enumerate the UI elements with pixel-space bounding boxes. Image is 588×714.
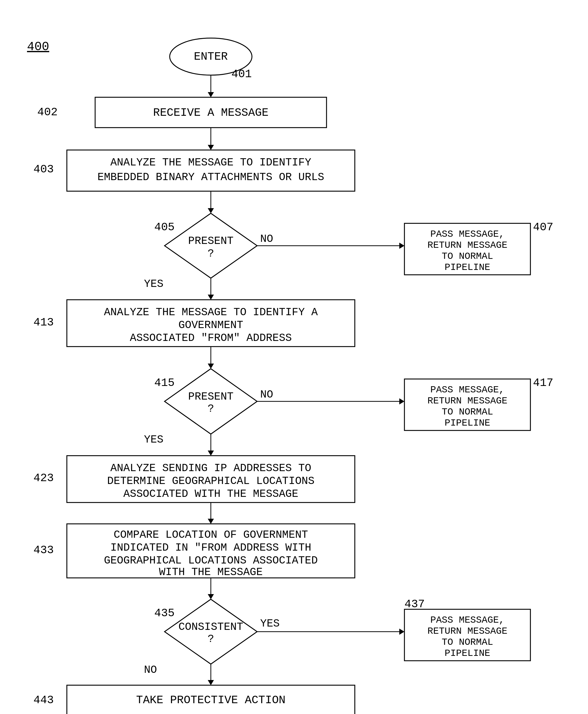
node-415-line1: PRESENT [188,391,233,403]
node-417-line1: PASS MESSAGE, [430,384,505,395]
yes-label-435: YES [260,617,280,630]
node-407-line1: PASS MESSAGE, [430,229,505,240]
yes-label-415: YES [144,433,164,446]
node-402-text: RECEIVE A MESSAGE [153,106,269,119]
node-435-line2: ? [208,633,214,645]
label-437: 437 [404,598,425,611]
node-433-line1: COMPARE LOCATION OF GOVERNMENT [114,529,308,541]
label-415: 415 [154,376,174,389]
label-401: 401 [231,68,252,81]
node-433-line4: WITH THE MESSAGE [159,566,262,578]
label-435: 435 [154,607,174,619]
node-423-line1: ANALYZE SENDING IP ADDRESSES TO [110,462,311,474]
label-402: 402 [37,106,58,119]
node-437-line1: PASS MESSAGE, [430,615,505,626]
no-label-435: NO [144,664,157,676]
node-407-line4: PIPELINE [444,262,490,273]
svg-rect-7 [67,150,355,191]
label-403: 403 [34,163,54,176]
node-413-line3: ASSOCIATED "FROM" ADDRESS [130,332,292,344]
node-423-line3: ASSOCIATED WITH THE MESSAGE [123,488,298,500]
flowchart-container: 400 ENTER 401 RECEIVE A MESSAGE 402 ANAL… [0,0,588,714]
node-413-line2: GOVERNMENT [178,319,243,331]
node-413-line1: ANALYZE THE MESSAGE TO IDENTIFY A [104,306,318,319]
node-403-line2: EMBEDDED BINARY ATTACHMENTS OR URLS [98,171,324,183]
node-437-line3: TO NORMAL [442,637,493,648]
node-415-line2: ? [208,403,214,415]
node-433-line2: INDICATED IN "FROM ADDRESS WITH [110,542,311,554]
node-407-line2: RETURN MESSAGE [427,240,507,251]
node-405-line1: PRESENT [188,235,233,247]
label-413: 413 [34,316,54,329]
node-435-line1: CONSISTENT [178,621,243,633]
label-433: 433 [34,544,54,556]
yes-label-405: YES [144,278,164,290]
node-433-line3: GEOGRAPHICAL LOCATIONS ASSOCIATED [104,554,318,567]
label-417: 417 [533,376,553,389]
label-407: 407 [533,221,553,233]
enter-text: ENTER [194,50,228,63]
label-423: 423 [34,472,54,485]
node-417-line3: TO NORMAL [442,407,493,417]
node-437-line4: PIPELINE [444,648,490,659]
no-label-405: NO [260,233,273,245]
label-443: 443 [34,694,54,707]
node-443-text: TAKE PROTECTIVE ACTION [136,694,286,707]
node-417-line4: PIPELINE [444,417,490,428]
node-403-line1: ANALYZE THE MESSAGE TO IDENTIFY [110,157,311,169]
no-label-415: NO [260,389,273,401]
node-417-line2: RETURN MESSAGE [427,395,507,406]
node-407-line3: TO NORMAL [442,251,493,262]
label-405: 405 [154,221,174,233]
node-437-line2: RETURN MESSAGE [427,626,507,636]
diagram-id-400: 400 [27,40,49,54]
node-423-line2: DETERMINE GEOGRAPHICAL LOCATIONS [107,475,315,487]
node-405-line2: ? [208,247,214,260]
